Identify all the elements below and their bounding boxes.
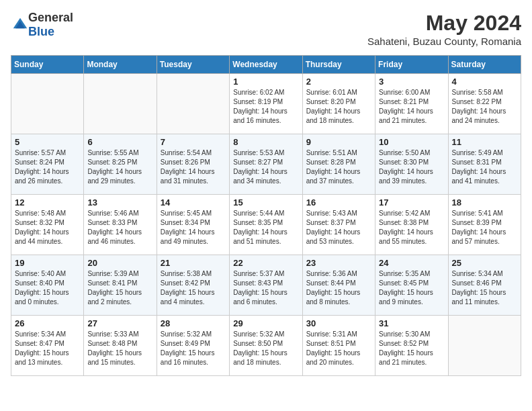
day-number: 12 (15, 197, 80, 208)
day-number: 18 (452, 197, 517, 208)
day-number: 7 (161, 137, 226, 147)
calendar-week-5: 26Sunrise: 5:34 AM Sunset: 8:47 PM Dayli… (11, 316, 521, 376)
calendar-cell: 14Sunrise: 5:45 AM Sunset: 8:34 PM Dayli… (157, 195, 229, 255)
calendar-cell: 5Sunrise: 5:57 AM Sunset: 8:24 PM Daylig… (11, 134, 84, 195)
day-number: 29 (233, 318, 298, 328)
calendar-cell: 24Sunrise: 5:35 AM Sunset: 8:45 PM Dayli… (375, 255, 448, 316)
cell-detail: Sunrise: 5:42 AM Sunset: 8:38 PM Dayligh… (379, 209, 444, 246)
cell-detail: Sunrise: 5:43 AM Sunset: 8:37 PM Dayligh… (306, 209, 371, 246)
cell-detail: Sunrise: 5:44 AM Sunset: 8:35 PM Dayligh… (233, 209, 298, 246)
day-header-tuesday: Tuesday (157, 56, 229, 74)
day-number: 5 (15, 137, 80, 147)
day-number: 1 (233, 77, 298, 87)
cell-detail: Sunrise: 5:35 AM Sunset: 8:45 PM Dayligh… (379, 269, 444, 307)
cell-detail: Sunrise: 5:57 AM Sunset: 8:24 PM Dayligh… (15, 148, 80, 186)
day-number: 3 (379, 77, 444, 87)
calendar-cell (157, 74, 229, 134)
calendar-cell: 9Sunrise: 5:51 AM Sunset: 8:28 PM Daylig… (302, 134, 375, 195)
calendar-cell: 22Sunrise: 5:37 AM Sunset: 8:43 PM Dayli… (230, 255, 302, 316)
cell-detail: Sunrise: 5:30 AM Sunset: 8:52 PM Dayligh… (379, 330, 444, 367)
calendar-cell: 7Sunrise: 5:54 AM Sunset: 8:26 PM Daylig… (157, 134, 229, 195)
day-number: 11 (452, 137, 517, 147)
calendar-header-row: SundayMondayTuesdayWednesdayThursdayFrid… (11, 56, 521, 74)
calendar-cell: 26Sunrise: 5:34 AM Sunset: 8:47 PM Dayli… (11, 316, 84, 376)
day-number: 24 (379, 258, 444, 268)
cell-detail: Sunrise: 5:34 AM Sunset: 8:46 PM Dayligh… (452, 269, 517, 307)
cell-detail: Sunrise: 5:50 AM Sunset: 8:30 PM Dayligh… (379, 148, 444, 186)
cell-detail: Sunrise: 5:45 AM Sunset: 8:34 PM Dayligh… (161, 209, 226, 246)
day-number: 4 (452, 77, 517, 87)
day-header-thursday: Thursday (302, 56, 375, 74)
cell-detail: Sunrise: 6:00 AM Sunset: 8:21 PM Dayligh… (379, 88, 444, 126)
day-number: 26 (15, 318, 80, 328)
cell-detail: Sunrise: 5:41 AM Sunset: 8:39 PM Dayligh… (452, 209, 517, 246)
calendar-cell: 20Sunrise: 5:39 AM Sunset: 8:41 PM Dayli… (84, 255, 157, 316)
cell-detail: Sunrise: 5:38 AM Sunset: 8:42 PM Dayligh… (161, 269, 226, 307)
calendar-cell: 17Sunrise: 5:42 AM Sunset: 8:38 PM Dayli… (375, 195, 448, 255)
cell-detail: Sunrise: 5:58 AM Sunset: 8:22 PM Dayligh… (452, 88, 517, 126)
calendar-cell: 28Sunrise: 5:32 AM Sunset: 8:49 PM Dayli… (157, 316, 229, 376)
cell-detail: Sunrise: 5:39 AM Sunset: 8:41 PM Dayligh… (87, 269, 152, 307)
day-header-wednesday: Wednesday (230, 56, 302, 74)
day-number: 20 (87, 258, 152, 268)
calendar-cell: 30Sunrise: 5:31 AM Sunset: 8:51 PM Dayli… (302, 316, 375, 376)
calendar-cell: 12Sunrise: 5:48 AM Sunset: 8:32 PM Dayli… (11, 195, 84, 255)
cell-detail: Sunrise: 5:37 AM Sunset: 8:43 PM Dayligh… (233, 269, 298, 307)
cell-detail: Sunrise: 5:53 AM Sunset: 8:27 PM Dayligh… (233, 148, 298, 186)
calendar-cell: 15Sunrise: 5:44 AM Sunset: 8:35 PM Dayli… (230, 195, 302, 255)
day-number: 19 (15, 258, 80, 268)
calendar-cell (84, 74, 157, 134)
calendar-cell: 11Sunrise: 5:49 AM Sunset: 8:31 PM Dayli… (448, 134, 521, 195)
calendar-cell: 18Sunrise: 5:41 AM Sunset: 8:39 PM Dayli… (448, 195, 521, 255)
day-number: 27 (87, 318, 152, 328)
month-title: May 2024 (367, 11, 521, 36)
calendar-cell: 8Sunrise: 5:53 AM Sunset: 8:27 PM Daylig… (230, 134, 302, 195)
day-number: 28 (161, 318, 226, 328)
calendar-cell: 23Sunrise: 5:36 AM Sunset: 8:44 PM Dayli… (302, 255, 375, 316)
cell-detail: Sunrise: 5:49 AM Sunset: 8:31 PM Dayligh… (452, 148, 517, 186)
calendar-cell (11, 74, 84, 134)
calendar-cell: 10Sunrise: 5:50 AM Sunset: 8:30 PM Dayli… (375, 134, 448, 195)
calendar-cell: 25Sunrise: 5:34 AM Sunset: 8:46 PM Dayli… (448, 255, 521, 316)
cell-detail: Sunrise: 6:02 AM Sunset: 8:19 PM Dayligh… (233, 88, 298, 126)
calendar-cell: 29Sunrise: 5:32 AM Sunset: 8:50 PM Dayli… (230, 316, 302, 376)
day-header-saturday: Saturday (448, 56, 521, 74)
calendar-table: SundayMondayTuesdayWednesdayThursdayFrid… (11, 55, 521, 376)
day-number: 6 (87, 137, 152, 147)
calendar-cell: 16Sunrise: 5:43 AM Sunset: 8:37 PM Dayli… (302, 195, 375, 255)
day-number: 16 (306, 197, 371, 208)
location-title: Sahateni, Buzau County, Romania (367, 36, 521, 47)
page-header: General Blue May 2024 Sahateni, Buzau Co… (11, 11, 521, 47)
day-number: 21 (161, 258, 226, 268)
day-number: 31 (379, 318, 444, 328)
calendar-cell: 3Sunrise: 6:00 AM Sunset: 8:21 PM Daylig… (375, 74, 448, 134)
calendar-cell: 21Sunrise: 5:38 AM Sunset: 8:42 PM Dayli… (157, 255, 229, 316)
calendar-cell: 2Sunrise: 6:01 AM Sunset: 8:20 PM Daylig… (302, 74, 375, 134)
cell-detail: Sunrise: 6:01 AM Sunset: 8:20 PM Dayligh… (306, 88, 371, 126)
cell-detail: Sunrise: 5:32 AM Sunset: 8:49 PM Dayligh… (161, 330, 226, 367)
logo: General Blue (11, 11, 73, 39)
day-number: 30 (306, 318, 371, 328)
day-number: 22 (233, 258, 298, 268)
calendar-week-3: 12Sunrise: 5:48 AM Sunset: 8:32 PM Dayli… (11, 195, 521, 255)
logo-general-text: General (28, 11, 73, 24)
calendar-cell (448, 316, 521, 376)
cell-detail: Sunrise: 5:33 AM Sunset: 8:48 PM Dayligh… (87, 330, 152, 367)
logo-icon (12, 17, 28, 33)
day-number: 23 (306, 258, 371, 268)
day-header-monday: Monday (84, 56, 157, 74)
day-number: 14 (161, 197, 226, 208)
day-number: 17 (379, 197, 444, 208)
cell-detail: Sunrise: 5:32 AM Sunset: 8:50 PM Dayligh… (233, 330, 298, 367)
day-number: 9 (306, 137, 371, 147)
calendar-cell: 6Sunrise: 5:55 AM Sunset: 8:25 PM Daylig… (84, 134, 157, 195)
cell-detail: Sunrise: 5:36 AM Sunset: 8:44 PM Dayligh… (306, 269, 371, 307)
cell-detail: Sunrise: 5:34 AM Sunset: 8:47 PM Dayligh… (15, 330, 80, 367)
day-number: 10 (379, 137, 444, 147)
calendar-cell: 27Sunrise: 5:33 AM Sunset: 8:48 PM Dayli… (84, 316, 157, 376)
cell-detail: Sunrise: 5:54 AM Sunset: 8:26 PM Dayligh… (161, 148, 226, 186)
calendar-week-1: 1Sunrise: 6:02 AM Sunset: 8:19 PM Daylig… (11, 74, 521, 134)
calendar-cell: 31Sunrise: 5:30 AM Sunset: 8:52 PM Dayli… (375, 316, 448, 376)
cell-detail: Sunrise: 5:40 AM Sunset: 8:40 PM Dayligh… (15, 269, 80, 307)
calendar-cell: 13Sunrise: 5:46 AM Sunset: 8:33 PM Dayli… (84, 195, 157, 255)
